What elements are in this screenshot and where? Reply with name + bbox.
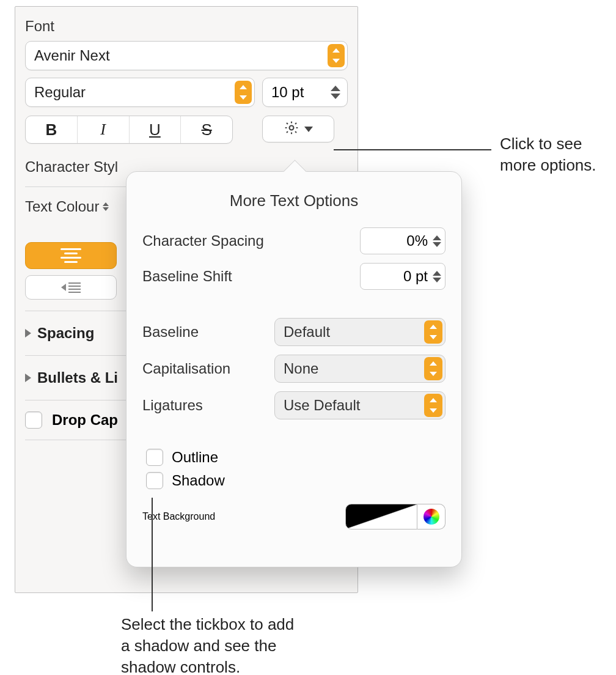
updown-icon bbox=[328, 44, 345, 67]
popover-title: More Text Options bbox=[142, 191, 446, 210]
underline-button[interactable]: U bbox=[130, 116, 182, 143]
chevron-right-icon bbox=[25, 329, 31, 338]
font-family-select[interactable]: Avenir Next bbox=[25, 41, 348, 70]
updown-icon bbox=[424, 357, 442, 380]
drop-cap-checkbox[interactable] bbox=[25, 411, 42, 429]
char-spacing-label: Character Spacing bbox=[142, 232, 264, 249]
text-background-swatch[interactable] bbox=[345, 504, 417, 529]
baseline-label: Baseline bbox=[142, 323, 199, 341]
lines-icon bbox=[68, 282, 81, 293]
shadow-checkbox[interactable] bbox=[146, 472, 163, 489]
text-background-label: Text Background bbox=[142, 511, 215, 522]
svg-point-0 bbox=[290, 126, 294, 130]
annotation-leader bbox=[334, 149, 491, 150]
stepper-up-icon[interactable] bbox=[433, 271, 441, 276]
outline-label: Outline bbox=[172, 449, 218, 466]
baseline-shift-value: 0 pt bbox=[403, 268, 428, 285]
stepper-down-icon[interactable] bbox=[433, 242, 441, 247]
gear-icon bbox=[284, 120, 299, 138]
strikethrough-button[interactable]: S bbox=[181, 116, 232, 143]
baseline-shift-label: Baseline Shift bbox=[142, 268, 232, 285]
stepper-up-icon[interactable] bbox=[433, 235, 441, 240]
capitalisation-select[interactable]: None bbox=[274, 355, 446, 383]
stepper-down-icon[interactable] bbox=[331, 94, 340, 99]
baseline-value: Default bbox=[284, 323, 330, 341]
text-style-group: B I U S bbox=[25, 116, 233, 144]
annotation-leader bbox=[152, 498, 153, 611]
align-center-icon bbox=[61, 248, 81, 263]
font-section-label: Font bbox=[25, 18, 348, 35]
decrease-indent-button[interactable] bbox=[25, 275, 117, 300]
spacing-label: Spacing bbox=[37, 325, 94, 342]
stepper-down-icon[interactable] bbox=[433, 278, 441, 282]
indent-left-icon bbox=[61, 284, 66, 291]
updown-icon bbox=[235, 81, 252, 104]
font-style-select[interactable]: Regular bbox=[25, 78, 255, 107]
baseline-select[interactable]: Default bbox=[274, 318, 446, 346]
bullets-label: Bullets & Li bbox=[37, 369, 118, 386]
ligatures-label: Ligatures bbox=[142, 397, 203, 414]
capitalisation-value: None bbox=[284, 360, 318, 377]
annotation-more-options: Click to see more options. bbox=[500, 133, 610, 176]
chevron-right-icon bbox=[25, 374, 31, 382]
updown-icon bbox=[103, 202, 109, 211]
align-center-button[interactable] bbox=[25, 242, 117, 269]
ligatures-value: Use Default bbox=[284, 397, 360, 414]
color-wheel-icon bbox=[424, 509, 439, 525]
char-spacing-value: 0% bbox=[406, 232, 428, 249]
font-family-value: Avenir Next bbox=[34, 47, 110, 64]
baseline-shift-field[interactable]: 0 pt bbox=[360, 263, 446, 290]
font-size-value: 10 pt bbox=[271, 84, 304, 101]
annotation-shadow: Select the tickbox to add a shadow and s… bbox=[121, 614, 304, 675]
capitalisation-label: Capitalisation bbox=[142, 360, 230, 377]
updown-icon bbox=[424, 394, 442, 417]
font-size-stepper[interactable]: 10 pt bbox=[262, 78, 348, 107]
color-picker-button[interactable] bbox=[417, 504, 446, 529]
shadow-label: Shadow bbox=[172, 472, 225, 489]
bold-button[interactable]: B bbox=[26, 116, 78, 143]
updown-icon bbox=[424, 320, 442, 344]
italic-button[interactable]: I bbox=[78, 116, 130, 143]
outline-checkbox[interactable] bbox=[146, 449, 163, 466]
more-text-options-button[interactable] bbox=[262, 116, 334, 142]
text-colour-label: Text Colour bbox=[25, 198, 99, 215]
chevron-down-icon bbox=[304, 127, 313, 132]
char-spacing-field[interactable]: 0% bbox=[360, 227, 446, 254]
drop-cap-label: Drop Cap bbox=[52, 411, 118, 429]
stepper-up-icon[interactable] bbox=[331, 86, 340, 91]
more-text-options-popover: More Text Options Character Spacing 0% B… bbox=[126, 171, 462, 567]
ligatures-select[interactable]: Use Default bbox=[274, 391, 446, 419]
font-style-value: Regular bbox=[34, 84, 86, 101]
